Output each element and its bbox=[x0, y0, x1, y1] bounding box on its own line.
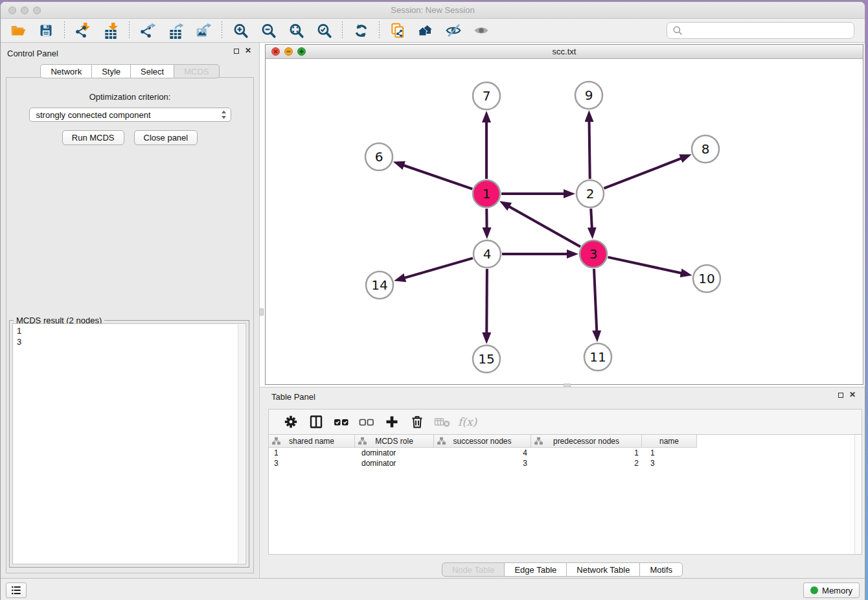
zoom-selected-button[interactable] bbox=[314, 21, 334, 40]
table-cell[interactable]: dominator bbox=[355, 448, 434, 458]
graph-node-7[interactable]: 7 bbox=[473, 82, 500, 110]
column-header-predecessor-nodes[interactable]: predecessor nodes bbox=[531, 435, 642, 448]
graph-edge-4-14[interactable] bbox=[404, 258, 472, 278]
table-cell[interactable]: 3 bbox=[642, 458, 697, 468]
save-session-button[interactable] bbox=[36, 21, 56, 40]
graph-node-1[interactable]: 1 bbox=[473, 180, 500, 207]
import-network-button[interactable] bbox=[73, 21, 93, 40]
graph-node-4[interactable]: 4 bbox=[474, 240, 501, 268]
svg-text:10: 10 bbox=[698, 271, 714, 286]
memory-label: Memory bbox=[822, 586, 852, 595]
task-history-button[interactable] bbox=[6, 583, 27, 598]
column-header-MCDS-role[interactable]: MCDS role bbox=[355, 435, 434, 448]
control-panel-tabs: NetworkStyleSelectMCDS bbox=[1, 64, 259, 78]
delete-column-button[interactable] bbox=[406, 412, 428, 432]
zoom-in-button[interactable] bbox=[231, 21, 250, 40]
tab-edge-table[interactable]: Edge Table bbox=[504, 562, 567, 577]
run-mcds-button[interactable]: Run MCDS bbox=[62, 130, 124, 145]
network-canvas[interactable]: 7968124314101511 bbox=[266, 59, 863, 384]
table-cell[interactable]: 4 bbox=[434, 448, 531, 458]
deselect-all-button[interactable] bbox=[356, 412, 378, 432]
float-table-panel-icon[interactable] bbox=[838, 393, 843, 398]
close-panel-icon[interactable]: ✕ bbox=[245, 47, 251, 54]
graph-edge-2-3[interactable] bbox=[591, 209, 592, 228]
graph-edge-3-10[interactable] bbox=[608, 257, 681, 273]
mcds-result-group: MCDS result (2 nodes) 13 bbox=[9, 320, 249, 568]
table-cell[interactable]: 2 bbox=[531, 458, 642, 468]
search-input[interactable] bbox=[687, 26, 849, 36]
tab-select[interactable]: Select bbox=[130, 64, 174, 78]
add-column-button[interactable] bbox=[381, 412, 403, 432]
graph-node-11[interactable]: 11 bbox=[584, 343, 611, 371]
table-scrollbar[interactable] bbox=[854, 435, 862, 554]
mcds-result-item: 1 bbox=[17, 325, 246, 336]
tab-network-table[interactable]: Network Table bbox=[566, 562, 640, 577]
graph-node-9[interactable]: 9 bbox=[575, 82, 602, 109]
tab-network[interactable]: Network bbox=[40, 64, 92, 78]
clone-network-icon bbox=[389, 22, 406, 39]
app-titlebar[interactable]: Session: New Session bbox=[1, 2, 865, 19]
graph-node-15[interactable]: 15 bbox=[473, 345, 500, 373]
split-view-button[interactable] bbox=[305, 412, 327, 432]
network-window-titlebar[interactable]: scc.txt bbox=[266, 45, 863, 59]
splitter-grip-icon[interactable] bbox=[259, 308, 264, 316]
column-header-successor-nodes[interactable]: successor nodes bbox=[434, 435, 531, 448]
zoom-fit-button[interactable] bbox=[286, 21, 306, 40]
select-all-button[interactable] bbox=[330, 412, 352, 432]
table-cell[interactable]: 1 bbox=[269, 448, 355, 458]
tab-motifs[interactable]: Motifs bbox=[639, 562, 683, 577]
memory-button[interactable]: Memory bbox=[803, 583, 860, 598]
graph-edge-1-6[interactable] bbox=[404, 165, 472, 189]
show-view-button[interactable] bbox=[472, 21, 491, 40]
clone-network-button[interactable] bbox=[388, 21, 407, 40]
node-table: shared nameMCDS rolesuccessor nodesprede… bbox=[268, 435, 862, 555]
tab-node-table[interactable]: Node Table bbox=[442, 562, 505, 577]
close-panel-button[interactable]: Close panel bbox=[134, 130, 198, 145]
export-network-button[interactable] bbox=[138, 21, 157, 40]
svg-text:f(x): f(x) bbox=[458, 415, 478, 428]
zoom-out-button[interactable] bbox=[258, 21, 278, 40]
gear-button[interactable] bbox=[280, 412, 302, 432]
optimization-select[interactable]: strongly connected component bbox=[29, 108, 231, 122]
column-header-shared-name[interactable]: shared name bbox=[269, 435, 355, 448]
hide-view-button[interactable] bbox=[444, 21, 463, 40]
close-table-panel-icon[interactable]: ✕ bbox=[849, 391, 856, 398]
tab-mcds[interactable]: MCDS bbox=[174, 64, 219, 78]
svg-text:1: 1 bbox=[483, 186, 491, 202]
import-table-button[interactable] bbox=[101, 21, 120, 40]
graph-node-6[interactable]: 6 bbox=[365, 143, 393, 170]
result-scrollbar[interactable] bbox=[238, 325, 245, 563]
deselect-all-icon bbox=[358, 415, 375, 429]
function-builder-button: f(x) bbox=[457, 412, 479, 432]
graph-node-10[interactable]: 10 bbox=[693, 265, 720, 292]
graph-node-3[interactable]: 3 bbox=[580, 240, 607, 268]
table-cell[interactable]: 1 bbox=[531, 448, 642, 458]
mcds-result-list[interactable]: 13 bbox=[12, 323, 246, 564]
open-file-button[interactable] bbox=[8, 21, 28, 40]
graph-edge-2-8[interactable] bbox=[604, 158, 681, 188]
export-table-button[interactable] bbox=[166, 21, 185, 40]
graph-edge-3-11[interactable] bbox=[594, 269, 597, 331]
table-cell[interactable]: 3 bbox=[434, 458, 531, 468]
graph-edge-2-9[interactable] bbox=[589, 121, 590, 179]
graph-edge-4-15[interactable] bbox=[486, 269, 487, 333]
graph-node-8[interactable]: 8 bbox=[692, 135, 719, 163]
graph-edge-3-1[interactable] bbox=[509, 207, 580, 247]
table-row: 1dominator411 bbox=[269, 448, 862, 458]
column-header-name[interactable]: name bbox=[642, 435, 697, 448]
graph-node-14[interactable]: 14 bbox=[366, 271, 393, 299]
table-cell[interactable]: dominator bbox=[355, 458, 434, 468]
table-cell[interactable]: 1 bbox=[642, 448, 697, 458]
save-session-icon bbox=[38, 23, 54, 38]
graph-node-2[interactable]: 2 bbox=[577, 180, 604, 207]
search-box[interactable] bbox=[667, 22, 854, 39]
refresh-view-button[interactable] bbox=[351, 21, 371, 40]
float-panel-icon[interactable] bbox=[234, 49, 239, 54]
tab-style[interactable]: Style bbox=[91, 64, 131, 78]
table-cell[interactable]: 3 bbox=[269, 458, 355, 468]
status-bar: Memory bbox=[1, 578, 865, 600]
control-panel: Control Panel ✕ NetworkStyleSelectMCDS O… bbox=[1, 43, 260, 578]
home-button[interactable] bbox=[416, 21, 435, 40]
export-image-button[interactable] bbox=[194, 21, 213, 40]
import-table-icon bbox=[102, 22, 119, 39]
